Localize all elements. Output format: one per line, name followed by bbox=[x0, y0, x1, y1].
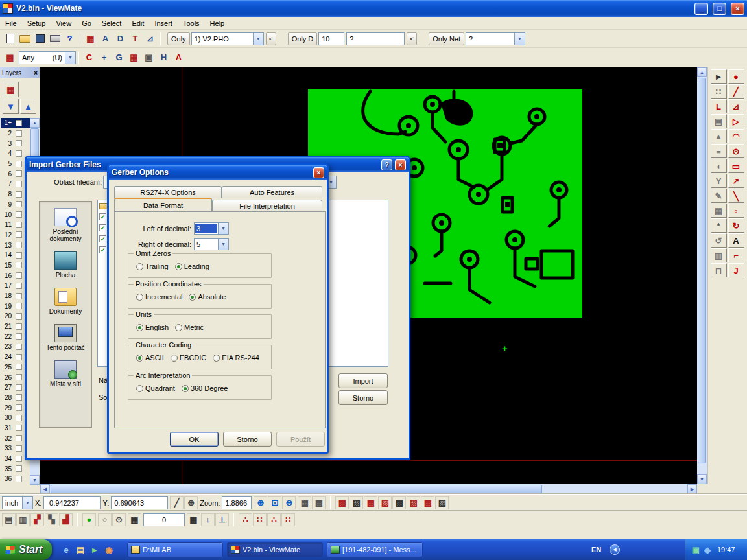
tab-file-interpretation[interactable]: File Interpretation bbox=[212, 200, 322, 212]
place-item[interactable]: Místa v síti bbox=[40, 360, 91, 388]
pad-display-icon[interactable]: ▨ bbox=[435, 496, 449, 509]
layer-visibility-checkbox[interactable] bbox=[16, 170, 22, 177]
place-item[interactable]: Dokumenty bbox=[40, 288, 91, 315]
origin-icon[interactable]: ⊕ bbox=[184, 496, 198, 509]
ok-button[interactable]: OK bbox=[170, 432, 219, 447]
chevron-down-icon[interactable]: ▼ bbox=[218, 239, 228, 250]
aperture-table-icon[interactable]: ▦ bbox=[83, 32, 98, 46]
hide-tray-icons-button[interactable]: ◀ bbox=[610, 544, 620, 555]
grid-icon[interactable]: ▦ bbox=[711, 204, 727, 218]
dcode-field[interactable]: 10 bbox=[318, 32, 344, 45]
radio-icon[interactable] bbox=[175, 263, 182, 270]
pad-display-icon[interactable]: ▨ bbox=[378, 496, 392, 509]
radio-icon[interactable] bbox=[136, 294, 143, 301]
layer-visibility-checkbox[interactable] bbox=[16, 262, 22, 268]
only-layer-toggle[interactable]: Only bbox=[167, 32, 190, 45]
zoom-in-icon[interactable]: ⊕ bbox=[254, 496, 267, 509]
menu-item-setup[interactable]: Setup bbox=[22, 17, 51, 30]
radio-icon[interactable] bbox=[189, 294, 196, 301]
layer-visibility-checkbox[interactable] bbox=[16, 384, 22, 391]
file-item-checkbox[interactable]: ✓ bbox=[99, 224, 106, 231]
zoom-window-icon[interactable]: ⊡ bbox=[268, 496, 281, 509]
chevron-down-icon[interactable]: ▼ bbox=[253, 33, 263, 45]
pad-display-icon[interactable]: ▨ bbox=[350, 496, 363, 509]
layer-row[interactable]: 2 bbox=[1, 128, 30, 139]
vector-icon[interactable]: ↗ bbox=[728, 174, 744, 188]
cursor-icon[interactable]: ► bbox=[711, 69, 727, 84]
highlight-on-icon[interactable]: ⊙ bbox=[112, 513, 126, 526]
select-d-icon[interactable]: D bbox=[113, 32, 128, 46]
layer-visibility-checkbox[interactable] bbox=[16, 476, 22, 482]
triangle-icon[interactable]: ⊿ bbox=[728, 99, 744, 113]
select-points-icon[interactable]: ∷ bbox=[711, 84, 727, 99]
diagonal-fill-icon[interactable]: ▞ bbox=[30, 513, 44, 526]
line-icon[interactable]: ╱ bbox=[728, 84, 744, 99]
layer-visibility-checkbox[interactable] bbox=[16, 313, 22, 320]
layer-row[interactable]: 36 bbox=[1, 474, 30, 484]
browser-icon[interactable]: ◉ bbox=[102, 543, 115, 556]
crosshair-icon[interactable]: + bbox=[97, 51, 112, 65]
layer-visibility-checkbox[interactable] bbox=[16, 201, 22, 207]
layer-table-button[interactable]: ▦ bbox=[3, 82, 19, 97]
layer-visibility-checkbox[interactable] bbox=[16, 242, 22, 248]
scroll-right-icon[interactable]: ▶ bbox=[687, 484, 697, 494]
right-of-decimal-combobox[interactable]: 5 ▼ bbox=[194, 238, 229, 250]
layer-visibility-checkbox[interactable] bbox=[16, 222, 22, 228]
folders-icon[interactable]: ▤ bbox=[74, 543, 87, 556]
apply-button[interactable]: Použít bbox=[276, 432, 325, 447]
place-item[interactable]: Poslední dokumenty bbox=[40, 208, 91, 242]
file-item-checkbox[interactable]: ✓ bbox=[99, 213, 106, 220]
radio-icon[interactable] bbox=[136, 263, 143, 270]
net-dots-icon[interactable]: ∷ bbox=[281, 513, 295, 526]
print-icon[interactable] bbox=[47, 32, 62, 46]
select-t-icon[interactable]: T bbox=[128, 32, 143, 46]
layer-move-down-button[interactable]: ▼ bbox=[3, 99, 19, 114]
layer-visibility-checkbox[interactable] bbox=[16, 374, 22, 380]
corner-icon[interactable]: ⌐ bbox=[728, 248, 744, 262]
tab-auto-features[interactable]: Auto Features bbox=[222, 186, 322, 198]
grid-spinner-field[interactable]: 0 bbox=[143, 513, 185, 526]
monitor-tray-icon[interactable]: ▣ bbox=[691, 544, 701, 555]
window-titlebar[interactable]: V2.bin - ViewMate _ □ × bbox=[0, 0, 747, 17]
layer-visibility-checkbox[interactable] bbox=[16, 445, 22, 452]
layer-row[interactable]: 35 bbox=[1, 463, 30, 474]
task-button-viewmate[interactable]: V2.bin - ViewMate bbox=[227, 542, 323, 557]
aperture-palette-icon[interactable]: ▩ bbox=[3, 51, 18, 65]
layer-visibility-checkbox[interactable] bbox=[16, 415, 22, 421]
dialog-titlebar[interactable]: Gerber Options × bbox=[109, 165, 327, 180]
chevron-down-icon[interactable]: ▼ bbox=[22, 497, 32, 509]
left-of-decimal-combobox[interactable]: 3 ▼ bbox=[194, 222, 229, 235]
pattern-icon[interactable]: ▩ bbox=[187, 513, 200, 526]
scroll-left-icon[interactable]: ◀ bbox=[40, 484, 50, 494]
layer-visibility-checkbox[interactable] bbox=[16, 354, 22, 360]
bracket-icon[interactable]: ⊓ bbox=[711, 263, 727, 277]
import-button[interactable]: Import bbox=[338, 373, 388, 388]
measure-icon[interactable]: ⊿ bbox=[143, 32, 158, 46]
chevron-down-icon[interactable]: ▼ bbox=[514, 33, 525, 45]
polyline-icon[interactable]: L bbox=[711, 99, 727, 113]
layer-visibility-checkbox[interactable] bbox=[16, 272, 22, 279]
layer-visibility-checkbox[interactable] bbox=[16, 394, 22, 401]
lines-icon[interactable]: ≡ bbox=[711, 144, 727, 158]
rectangle-icon[interactable]: ▭ bbox=[728, 159, 744, 173]
task-button-messages[interactable]: [191-482-091] - Mess... bbox=[327, 542, 423, 557]
radio-option[interactable]: Trailing bbox=[136, 262, 169, 270]
layer-visibility-checkbox[interactable] bbox=[16, 140, 22, 146]
radio-option[interactable]: EBCDIC bbox=[171, 354, 207, 362]
radio-option[interactable]: Quadrant bbox=[136, 384, 175, 392]
minimize-button[interactable]: _ bbox=[694, 3, 708, 15]
star-icon[interactable]: * bbox=[711, 218, 727, 233]
pad-display-icon[interactable]: ▩ bbox=[392, 496, 406, 509]
layer-visibility-checkbox[interactable] bbox=[16, 181, 22, 187]
layer-visibility-checkbox[interactable] bbox=[16, 435, 22, 441]
snap-grid-icon[interactable]: ▦ bbox=[128, 513, 141, 526]
layer-visibility-checkbox[interactable] bbox=[16, 191, 22, 198]
text-icon[interactable]: A bbox=[728, 233, 744, 248]
scroll-up-icon[interactable]: ▲ bbox=[30, 118, 40, 128]
pad-pair-icon[interactable]: ▣ bbox=[141, 51, 156, 65]
layer-visibility-checkbox[interactable] bbox=[16, 231, 22, 238]
radio-icon[interactable] bbox=[136, 324, 143, 331]
letter-j-icon[interactable]: J bbox=[728, 263, 744, 277]
net-dots-icon[interactable]: ∴ bbox=[239, 513, 252, 526]
hatch-icon[interactable]: ▥ bbox=[711, 248, 727, 262]
